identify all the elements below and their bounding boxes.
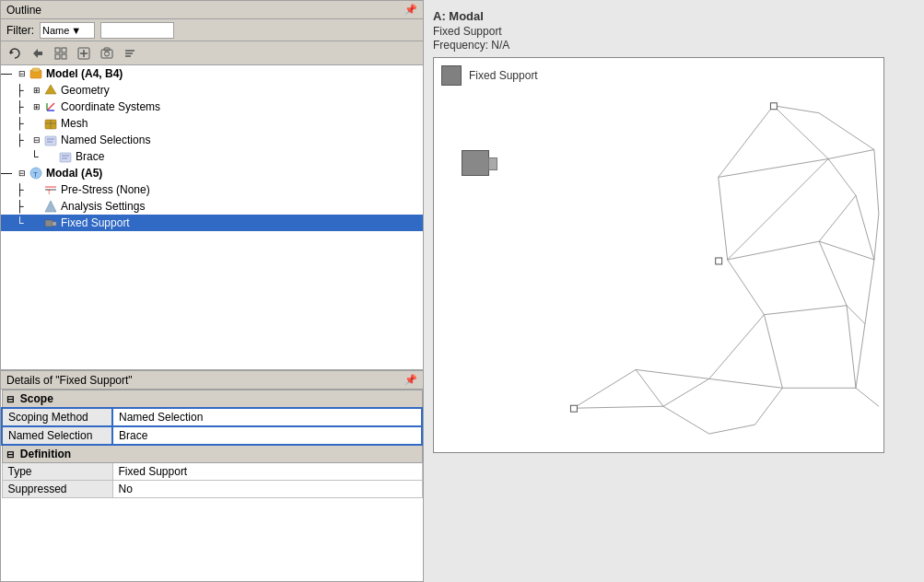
details-data-table: ⊟ Scope Scoping Method Named Selection N… <box>1 390 423 498</box>
filter-bar: Filter: Name ▼ <box>0 18 424 41</box>
svg-line-46 <box>728 158 828 259</box>
svg-point-10 <box>105 52 110 56</box>
filter-dropdown[interactable]: Name ▼ <box>40 22 95 39</box>
right-panel: A: Modal Fixed Support Frequency: N/A Fi… <box>424 0 924 582</box>
svg-line-60 <box>709 315 765 379</box>
svg-line-74 <box>663 406 709 434</box>
viewport-canvas[interactable]: Fixed Support <box>433 57 884 453</box>
details-pin-icon[interactable]: 📌 <box>404 374 417 386</box>
tree-item-named-selections[interactable]: ├ ⊟ Named Selections <box>1 132 423 148</box>
filter-dropdown-arrow: ▼ <box>71 25 81 36</box>
viewport-subtitle: Fixed Support <box>433 25 915 38</box>
svg-line-49 <box>865 260 874 324</box>
svg-rect-2 <box>55 48 60 52</box>
outline-pin-icon[interactable]: 📌 <box>404 4 417 16</box>
definition-header-label: Definition <box>20 448 71 460</box>
tree-item-coordinate[interactable]: ├ ⊞ Coordinate Systems <box>1 99 423 115</box>
tree-item-brace[interactable]: └ ⊞ Brace <box>1 148 423 165</box>
svg-line-73 <box>755 388 783 425</box>
svg-text:T: T <box>47 189 52 195</box>
analysis-icon <box>43 199 58 214</box>
geometry-label: Geometry <box>61 84 110 97</box>
tree-item-modal[interactable]: — ⊟ T Modal (A5) <box>1 165 423 181</box>
toolbar-back-btn[interactable] <box>28 44 48 63</box>
svg-line-18 <box>47 103 54 111</box>
svg-line-62 <box>663 378 709 406</box>
named-selection-value[interactable]: Brace <box>112 426 422 445</box>
details-title: Details of "Fixed Support" <box>6 374 133 387</box>
viewport-title: A: Modal <box>433 9 915 23</box>
tree-item-analysis-settings[interactable]: ├ ⊞ Analysis Settings <box>1 198 423 215</box>
modal-expand-icon[interactable]: ⊟ <box>16 167 29 180</box>
svg-text:T: T <box>33 170 38 179</box>
svg-line-55 <box>847 306 856 389</box>
svg-line-52 <box>728 260 765 315</box>
scoping-method-key: Scoping Method <box>2 408 112 426</box>
named-selection-row: Named Selection Brace <box>2 426 422 445</box>
scope-collapse-icon[interactable]: ⊟ <box>6 394 14 404</box>
toolbar-expand-btn[interactable] <box>51 44 71 63</box>
analysis-settings-label: Analysis Settings <box>61 200 145 213</box>
prestress-label: Pre-Stress (None) <box>61 183 150 196</box>
svg-line-42 <box>828 158 856 195</box>
svg-line-75 <box>709 425 755 434</box>
tree-item-model[interactable]: — ⊟ Model (A4, B4) <box>1 65 423 82</box>
toolbar-camera-btn[interactable] <box>97 44 117 63</box>
model-label: Model (A4, B4) <box>46 67 123 80</box>
svg-line-48 <box>819 241 874 260</box>
mesh-svg <box>434 58 883 452</box>
svg-line-41 <box>719 158 828 177</box>
toolbar-add-btn[interactable] <box>74 44 94 63</box>
svg-line-56 <box>764 315 782 389</box>
tree-item-prestress[interactable]: ├ ⊞ T Pre-Stress (None) <box>1 181 423 198</box>
svg-rect-24 <box>45 136 56 146</box>
svg-line-38 <box>719 106 774 178</box>
tree-item-fixed-support[interactable]: └ ⊞ Fixed Support <box>1 215 423 231</box>
named-selections-expand-icon[interactable]: ⊟ <box>30 134 43 146</box>
suppressed-value: No <box>112 481 422 498</box>
outline-section: Outline 📌 Filter: Name ▼ <box>0 0 424 370</box>
svg-line-53 <box>764 306 847 315</box>
svg-line-63 <box>573 406 663 408</box>
toolbar-refresh-btn[interactable] <box>5 44 25 63</box>
svg-line-51 <box>847 306 865 324</box>
svg-line-50 <box>819 241 847 306</box>
svg-rect-3 <box>62 48 66 52</box>
geometry-icon <box>43 83 58 98</box>
type-key: Type <box>2 463 112 481</box>
svg-rect-65 <box>770 103 777 110</box>
geometry-expand-icon[interactable]: ⊞ <box>30 84 43 97</box>
modal-label: Modal (A5) <box>46 167 102 180</box>
prestress-icon: T <box>43 182 58 197</box>
svg-rect-66 <box>716 258 722 264</box>
definition-section-header: ⊟ Definition <box>2 445 422 463</box>
svg-line-71 <box>819 113 874 150</box>
modal-icon: T <box>29 166 43 180</box>
scoping-method-row: Scoping Method Named Selection <box>2 408 422 426</box>
scope-header-label: Scope <box>20 392 53 405</box>
brace-label: Brace <box>76 150 104 163</box>
coordinate-label: Coordinate Systems <box>61 100 160 113</box>
svg-marker-35 <box>45 201 56 212</box>
svg-rect-67 <box>570 405 577 412</box>
svg-rect-16 <box>32 68 40 72</box>
toolbar-sort-btn[interactable] <box>120 44 140 63</box>
svg-line-64 <box>709 378 783 388</box>
svg-marker-0 <box>10 51 14 54</box>
svg-rect-36 <box>45 220 53 227</box>
suppressed-key: Suppressed <box>2 481 112 498</box>
definition-collapse-icon[interactable]: ⊟ <box>6 449 14 460</box>
scoping-method-value[interactable]: Named Selection <box>112 408 422 426</box>
coordinate-expand-icon[interactable]: ⊞ <box>30 100 43 113</box>
tree-item-mesh[interactable]: ├ ⊞ Mesh <box>1 115 423 132</box>
svg-rect-4 <box>55 54 60 59</box>
model-expand-icon[interactable]: ⊟ <box>16 67 29 80</box>
coordinate-icon <box>43 99 58 114</box>
model-icon <box>29 66 43 81</box>
svg-line-61 <box>636 369 663 406</box>
tree-item-geometry[interactable]: ├ ⊞ Geometry <box>1 82 423 99</box>
mesh-icon <box>43 116 58 131</box>
outline-tree[interactable]: — ⊟ Model (A4, B4) ├ ⊞ <box>0 64 424 370</box>
svg-line-69 <box>874 150 879 215</box>
filter-search-input[interactable] <box>100 22 174 39</box>
